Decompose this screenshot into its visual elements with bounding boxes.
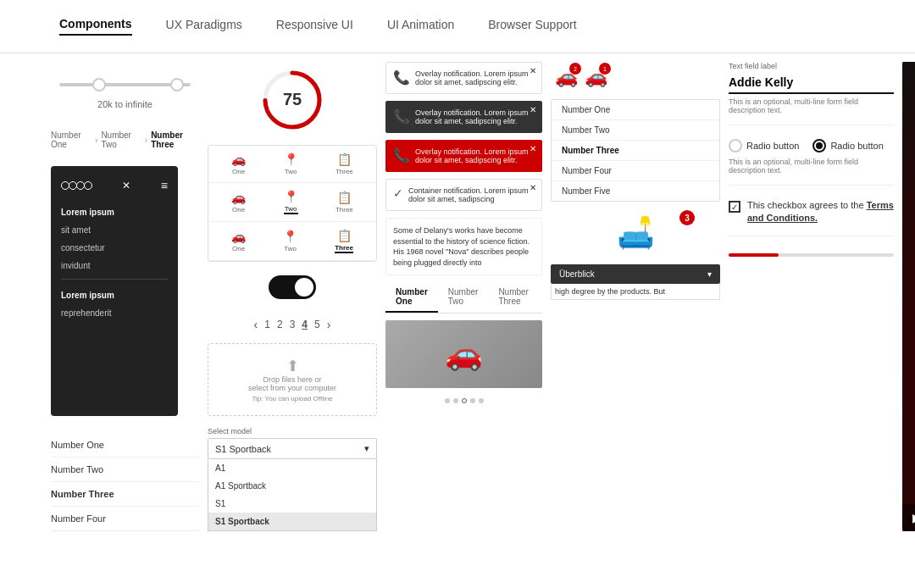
list-item-number-four[interactable]: Number Four [51, 507, 199, 531]
notification-light: 📞 Overlay notification. Lorem ipsum dolo… [385, 62, 542, 94]
tab-item-one-3[interactable]: 🚗 One [231, 230, 246, 252]
tab-strip-number-three[interactable]: Number Three [488, 282, 542, 313]
checkbox-label: This checkbox agrees to the Terms and Co… [747, 199, 894, 225]
sidebar-menu-sit-amet[interactable]: sit amet [51, 221, 178, 239]
sidebar-close-icon[interactable]: ✕ [122, 180, 130, 191]
divider-3 [729, 236, 894, 236]
list-item-number-three[interactable]: Number Three [51, 482, 199, 507]
tab-row-3: 🚗 One 📍 Two 📋 Three [208, 222, 376, 261]
nav-components[interactable]: Components [59, 17, 132, 36]
sidebar-menu-reprehenderit[interactable]: reprehenderit [51, 304, 178, 322]
breadcrumb-item-1[interactable]: Number One [51, 130, 92, 149]
notification-text-3: Overlay notification. Lorem ipsum dolor … [415, 147, 535, 164]
checkbox[interactable]: ✓ [729, 201, 740, 213]
dot-2[interactable] [453, 398, 458, 403]
list-icon-3: 📋 [337, 229, 352, 242]
list-item-number-two[interactable]: Number Two [51, 458, 199, 482]
tab-strip-number-two[interactable]: Number Two [438, 282, 489, 313]
slider-thumb-right[interactable] [170, 78, 184, 92]
menu-number-two[interactable]: Number Two [552, 120, 719, 141]
tab-item-three-2[interactable]: 📋 Three [336, 191, 353, 214]
breadcrumb-arrow-2: › [145, 136, 147, 145]
tab-item-three-3[interactable]: 📋 Three [335, 229, 353, 253]
range-track [729, 253, 894, 257]
tab-item-one-2[interactable]: 🚗 One [231, 191, 246, 214]
slider-component: 20k to infinite [51, 62, 199, 118]
terms-link[interactable]: Terms and Conditions. [747, 200, 894, 223]
car-icon-1: 🚗 [231, 153, 246, 166]
dropdown-item-a1sportback[interactable]: A1 Sportback [208, 477, 376, 495]
pagination-prev[interactable]: ‹ [254, 318, 258, 331]
form-label: Text field label [729, 62, 894, 70]
file-upload[interactable]: ⬆ Drop files here orselect from your com… [208, 343, 377, 416]
page-1[interactable]: 1 [264, 319, 270, 330]
form-input[interactable] [729, 72, 894, 94]
dropdown-item-s1sportback[interactable]: S1 Sportback [208, 513, 376, 530]
tab-item-two[interactable]: 📍 Two [284, 153, 298, 175]
navigation: Components UX Paradigms Responsive UI UI… [0, 0, 915, 53]
menu-number-one[interactable]: Number One [552, 100, 719, 120]
tab-item-two-3[interactable]: 📍 Two [283, 230, 297, 252]
nav-ui-animation[interactable]: UI Animation [387, 18, 454, 35]
audi-ring-4 [84, 181, 92, 190]
tab-item-three[interactable]: 📋 Three [336, 153, 353, 175]
uberblick-container: Überblick ▾ high degree by the products.… [551, 264, 720, 300]
dot-1[interactable] [445, 398, 450, 403]
notification-close-2[interactable]: ✕ [530, 105, 536, 114]
image-dots [385, 395, 542, 407]
form-field: Text field label This is an optional, mu… [729, 62, 894, 114]
upload-text: Drop files here orselect from your compu… [217, 375, 368, 392]
toggle-switch[interactable] [269, 275, 316, 299]
column-1: 20k to infinite Number One › Number Two … [51, 62, 199, 531]
icon-badge-wrap-1: 🚗 2 [555, 66, 578, 88]
notification-close-1[interactable]: ✕ [530, 66, 536, 75]
tab-item-two-2[interactable]: 📍 Two [284, 190, 298, 214]
slider-thumb-left[interactable] [92, 78, 106, 92]
location-icon-2: 📍 [284, 190, 298, 203]
tab-strip-number-one[interactable]: Number One [385, 282, 438, 313]
check-icon: ✓ [393, 186, 403, 200]
notification-close-4[interactable]: ✕ [530, 183, 536, 192]
sidebar-menu-consectetur[interactable]: consectetur [51, 239, 178, 257]
radio-group-container: Radio button Radio button This is an opt… [729, 136, 894, 175]
nav-ux-paradigms[interactable]: UX Paradigms [166, 18, 242, 35]
dot-3[interactable] [462, 398, 467, 403]
page-2[interactable]: 2 [277, 319, 283, 330]
phone-icon-2: 📞 [393, 108, 410, 125]
pagination-next[interactable]: › [327, 318, 331, 331]
phone-icon-3: 📞 [393, 147, 410, 164]
notification-close-3[interactable]: ✕ [530, 144, 536, 153]
dropdown-item-s1[interactable]: S1 [208, 495, 376, 513]
tab-navigation-demo: 🚗 One 📍 Two 📋 Three 🚗 One 📍 [208, 145, 377, 262]
breadcrumb-item-3[interactable]: Number Three [151, 130, 199, 149]
list-item-number-one[interactable]: Number One [51, 433, 199, 458]
tab-item-one[interactable]: 🚗 One [231, 153, 246, 175]
menu-number-five[interactable]: Number Five [552, 181, 719, 201]
uberblick-select[interactable]: Überblick ▾ [551, 264, 720, 284]
page-3[interactable]: 3 [290, 319, 296, 330]
select-box[interactable]: S1 Sportback ▾ [208, 438, 377, 459]
dropdown-item-a1[interactable]: A1 [208, 459, 376, 477]
page-4[interactable]: 4 [302, 319, 308, 330]
dot-5[interactable] [479, 398, 484, 403]
radio-option-2[interactable]: Radio button [812, 139, 883, 153]
sidebar-menu-lorem-ipsum-1[interactable]: Lorem ipsum [51, 203, 178, 221]
menu-number-three[interactable]: Number Three [552, 141, 719, 161]
circle-value: 75 [283, 90, 302, 108]
menu-number-four[interactable]: Number Four [552, 161, 719, 181]
article-text: Some of Delany's works have become essen… [385, 218, 542, 275]
page-5[interactable]: 5 [314, 319, 320, 330]
breadcrumb: Number One › Number Two › Number Three [51, 130, 199, 149]
sidebar-menu-lorem-ipsum-2[interactable]: Lorem ipsum [51, 286, 178, 304]
select-chevron-icon: ▾ [364, 443, 369, 454]
upload-icon: ⬆ [217, 357, 368, 375]
dot-4[interactable] [470, 398, 475, 403]
radio-option-1[interactable]: Radio button [729, 139, 799, 153]
sidebar-menu-icon[interactable]: ≡ [161, 179, 168, 192]
nav-responsive-ui[interactable]: Responsive UI [276, 18, 353, 35]
breadcrumb-item-2[interactable]: Number Two [101, 130, 141, 149]
list-icon-2: 📋 [337, 191, 352, 204]
nav-browser-support[interactable]: Browser Support [488, 18, 576, 35]
sidebar-menu-invidunt[interactable]: invidunt [51, 257, 178, 275]
list-icon: 📋 [337, 153, 352, 166]
